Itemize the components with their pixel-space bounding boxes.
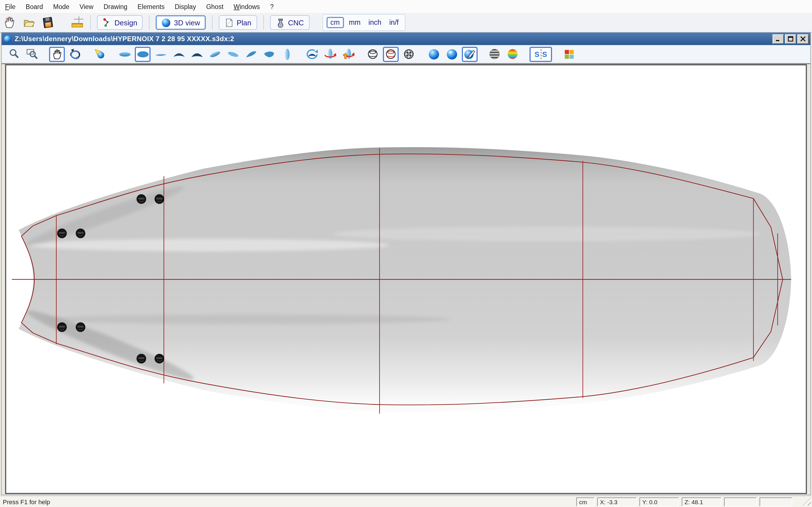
status-z-coordinate: Z: 48.1	[682, 497, 721, 506]
stripes-shading-icon[interactable]	[487, 47, 502, 62]
symmetry-axis	[541, 49, 541, 59]
design-nodes-icon	[103, 18, 112, 27]
rainbow-shading-icon[interactable]	[505, 47, 520, 62]
rotate-vertical-icon[interactable]	[340, 47, 356, 62]
menu-view[interactable]: View	[74, 1, 98, 11]
status-empty-panel	[760, 497, 792, 506]
zoom-window-icon[interactable]	[24, 47, 40, 62]
dimensions-icon[interactable]	[69, 15, 86, 31]
document-window: Z:\Users\dennery\Downloads\HYPERNOIX 7 2…	[1, 32, 811, 495]
unit-selector: cm mm inch in/f	[322, 14, 405, 31]
fin-plug	[76, 323, 85, 332]
view-perspective-3-icon[interactable]	[243, 47, 259, 62]
paint-3d-icon[interactable]	[462, 47, 477, 62]
fin-plug	[57, 229, 66, 238]
viewer-toolbar: S S	[2, 45, 810, 64]
plan-button[interactable]: Plan	[218, 15, 257, 30]
plan-label: Plan	[237, 18, 251, 27]
status-x-coordinate: X: -3.3	[597, 497, 637, 506]
rotate-y-axis-icon[interactable]	[322, 47, 338, 62]
view-3d-label: 3D view	[174, 18, 200, 27]
view-3d-button[interactable]: 3D view	[156, 15, 206, 30]
wireframe-sphere-icon[interactable]	[365, 47, 380, 62]
viewport-canvas[interactable]	[5, 64, 807, 494]
fin-plug	[155, 194, 164, 204]
resize-grip[interactable]	[803, 498, 811, 506]
wireframe-slices-icon[interactable]	[383, 47, 399, 62]
menu-drawing[interactable]: Drawing	[98, 1, 132, 11]
application-window: File Board Mode View Drawing Elements Di…	[0, 0, 812, 507]
status-empty-panel	[724, 497, 757, 506]
zoom-icon[interactable]	[6, 47, 22, 62]
cnc-bit-icon	[276, 18, 285, 27]
pan-hand-icon[interactable]	[49, 47, 65, 62]
menu-file[interactable]: File	[0, 1, 20, 11]
menu-mode[interactable]: Mode	[48, 1, 74, 11]
document-titlebar[interactable]: Z:\Users\dennery\Downloads\HYPERNOIX 7 2…	[2, 33, 810, 45]
cnc-label: CNC	[288, 18, 304, 27]
view-front-icon[interactable]	[171, 47, 187, 62]
menu-bar: File Board Mode View Drawing Elements Di…	[0, 0, 812, 13]
menu-help[interactable]: ?	[265, 1, 279, 11]
plan-sheet-icon	[224, 18, 234, 27]
menu-board[interactable]: Board	[20, 1, 48, 11]
view-side-icon[interactable]	[153, 47, 168, 62]
unit-mm[interactable]: mm	[346, 17, 363, 27]
unit-inf[interactable]: in/f	[387, 17, 402, 27]
open-folder-icon[interactable]	[20, 15, 37, 31]
unit-cm[interactable]: cm	[326, 17, 344, 28]
view-perspective-2-icon[interactable]	[225, 47, 241, 62]
document-title: Z:\Users\dennery\Downloads\HYPERNOIX 7 2…	[15, 35, 771, 43]
fin-plug	[57, 323, 66, 332]
cnc-button[interactable]: CNC	[270, 15, 310, 30]
fin-plug	[137, 194, 146, 204]
maximize-button[interactable]	[785, 34, 796, 44]
flip-board-icon[interactable]	[304, 47, 320, 62]
view-perspective-1-icon[interactable]	[207, 47, 223, 62]
view-perspective-4-icon[interactable]	[261, 47, 277, 62]
color-palette-icon[interactable]	[561, 47, 577, 62]
status-y-coordinate: Y: 0.0	[640, 497, 679, 506]
design-label: Design	[114, 18, 137, 27]
spotlight-icon[interactable]	[92, 47, 108, 62]
symmetry-left-label: S	[535, 50, 539, 58]
design-button[interactable]: Design	[97, 15, 143, 30]
minimize-button[interactable]	[772, 34, 784, 44]
menu-display[interactable]: Display	[170, 1, 201, 11]
unit-inch[interactable]: inch	[366, 17, 384, 27]
symmetry-right-label: S	[542, 50, 547, 58]
status-unit: cm	[576, 497, 594, 506]
fin-plug	[76, 229, 85, 238]
file-toolbar: Design 3D view Plan CNC cm	[0, 13, 812, 33]
close-button[interactable]	[797, 34, 809, 44]
status-help-text: Press F1 for help	[0, 498, 576, 505]
menu-elements[interactable]: Elements	[133, 1, 170, 11]
save-icon[interactable]	[40, 15, 56, 31]
cursor-hand-icon[interactable]	[1, 15, 18, 31]
rotate-3d-icon[interactable]	[67, 47, 83, 62]
menu-ghost[interactable]: Ghost	[201, 1, 229, 11]
symmetry-icon[interactable]: S S	[529, 47, 552, 62]
fin-plug	[155, 354, 164, 363]
status-bar: Press F1 for help cm X: -3.3 Y: 0.0 Z: 4…	[0, 496, 812, 507]
view-bottom-icon[interactable]	[135, 47, 151, 62]
shiny-sphere-icon[interactable]	[444, 47, 460, 62]
view-top-icon[interactable]	[117, 47, 133, 62]
view-end-icon[interactable]	[279, 47, 295, 62]
fin-plug	[137, 354, 146, 363]
sphere-icon	[161, 18, 171, 27]
wireframe-mesh-icon[interactable]	[401, 47, 417, 62]
view-back-icon[interactable]	[189, 47, 205, 62]
board-3d-view	[6, 65, 806, 493]
menu-windows[interactable]: Windows	[229, 1, 265, 11]
shaded-sphere-icon[interactable]	[426, 47, 442, 62]
app-sphere-icon	[3, 35, 12, 43]
